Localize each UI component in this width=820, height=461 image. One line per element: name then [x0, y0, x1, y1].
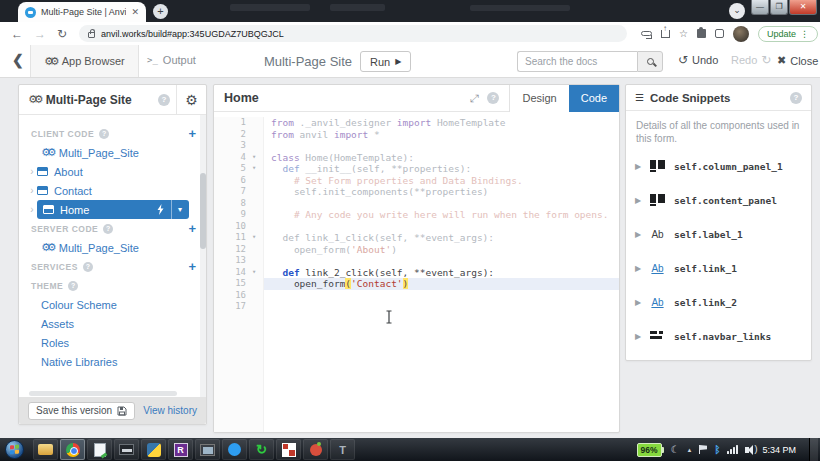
volume-icon[interactable] — [745, 447, 749, 453]
battery-tip — [662, 447, 664, 453]
add-service-button[interactable]: + — [188, 259, 196, 274]
chevron-right-icon[interactable]: ▶ — [635, 332, 641, 341]
section-theme: THEME ? — [19, 276, 206, 295]
chevron-right-icon[interactable]: › — [27, 204, 37, 215]
add-server-module-button[interactable]: + — [188, 221, 196, 236]
tab-output[interactable]: >_ Output — [147, 54, 196, 66]
sidebar-item-roles[interactable]: Roles — [19, 333, 206, 352]
sidebar-item-assets[interactable]: Assets — [19, 314, 206, 333]
fold-caret-icon[interactable]: ▾ — [246, 152, 262, 164]
app-browser-sidebar: ⚙⚙ Multi-Page Site ? ⚙ CLIENT CODE ? + ⚙… — [18, 84, 207, 425]
chevron-right-icon[interactable]: ▶ — [635, 298, 641, 307]
power-moon-icon[interactable]: ☾ — [671, 444, 680, 455]
start-button[interactable] — [5, 440, 24, 459]
snippet-item-content-panel[interactable]: ▶self.content_panel — [626, 183, 811, 217]
tab-app-browser[interactable]: ⚙⚙ App Browser — [30, 45, 139, 77]
sidebar-item-home-selected[interactable]: Home ▾ — [37, 200, 189, 219]
refresh-icon[interactable]: ↻ — [57, 27, 67, 41]
chevron-right-icon[interactable]: ▶ — [635, 264, 641, 273]
new-tab-button[interactable]: + — [153, 4, 168, 19]
snippet-item-label-1[interactable]: ▶Abself.label_1 — [626, 217, 811, 251]
sidebar-item-client-app[interactable]: ⚙⚙ Multi_Page_Site — [19, 143, 206, 162]
taskbar-app-rstudio[interactable]: R — [168, 439, 193, 460]
network-signal-icon[interactable] — [727, 445, 738, 454]
window-chevron-icon[interactable]: ⌄ — [729, 3, 745, 19]
taskbar-app-console[interactable] — [114, 439, 139, 460]
tab-code[interactable]: Code — [569, 85, 619, 112]
taskbar-app-sync[interactable]: ↻ — [249, 439, 274, 460]
bluetooth-icon[interactable]: ᛒ — [714, 444, 720, 455]
taskbar-app-chrome[interactable] — [60, 439, 85, 460]
snippet-item-column-panel-1[interactable]: ▶self.column_panel_1 — [626, 149, 811, 183]
taskbar-app-game[interactable] — [276, 439, 301, 460]
battery-indicator[interactable]: 96% — [637, 443, 664, 457]
share-icon[interactable] — [661, 30, 670, 38]
sidebar-item-native-libraries[interactable]: Native Libraries — [19, 352, 206, 371]
app-settings-gear-icon[interactable]: ⚙ — [176, 85, 206, 114]
action-center-flag-icon[interactable] — [699, 445, 707, 454]
sidebar-item-about[interactable]: › About — [19, 162, 206, 181]
tab-close-icon[interactable]: ✕ — [131, 7, 139, 17]
fold-caret-icon[interactable]: ▾ — [246, 267, 262, 279]
taskbar-app-python[interactable] — [141, 439, 166, 460]
close-window-button[interactable]: ✕ — [789, 0, 817, 15]
help-icon[interactable]: ? — [99, 129, 109, 139]
taskbar-app-explorer[interactable] — [33, 439, 58, 460]
show-desktop-button[interactable] — [809, 438, 818, 461]
chrome-update-button[interactable]: Update ⋮ — [758, 26, 818, 42]
sidebar-scrollbar-thumb[interactable] — [200, 173, 206, 249]
search-docs-input[interactable] — [517, 51, 637, 72]
maximize-button[interactable]: ❐ — [770, 0, 788, 15]
browser-tab[interactable]: Multi-Page Site | Anvil ✕ — [18, 2, 146, 22]
save-version-button[interactable]: Save this version — [28, 402, 135, 420]
sidebar-item-contact[interactable]: › Contact — [19, 181, 206, 200]
back-icon[interactable]: ← — [11, 27, 23, 41]
taskbar-app-tools[interactable]: T — [330, 439, 355, 460]
password-key-icon[interactable] — [641, 31, 652, 36]
chevron-right-icon[interactable]: ▶ — [635, 196, 641, 205]
help-icon[interactable]: ? — [103, 224, 113, 234]
chevron-right-icon[interactable]: ▶ — [635, 230, 641, 239]
search-button[interactable] — [637, 51, 663, 72]
forward-icon[interactable]: → — [34, 27, 46, 41]
code-editor-body[interactable]: 1234▾5▾67891011▾121314▾151617 from ._anv… — [214, 112, 619, 432]
redo-button[interactable]: Redo ↻ — [731, 54, 771, 66]
help-icon[interactable]: ? — [487, 92, 499, 104]
line-number: 17 — [214, 301, 246, 313]
help-icon[interactable]: ? — [68, 281, 78, 291]
address-bar[interactable]: anvil.works/build#app:345UGDAZ7UBQGJCL — [79, 25, 627, 42]
fold-caret-icon[interactable]: ▾ — [246, 163, 262, 175]
view-history-link[interactable]: View history — [143, 405, 197, 416]
profile-avatar[interactable] — [733, 26, 749, 42]
minimize-button[interactable]: — — [751, 0, 769, 15]
undo-button[interactable]: ↺ Undo — [678, 54, 718, 66]
chevron-right-icon[interactable]: › — [27, 166, 37, 177]
snippet-item-link-2[interactable]: ▶Abself.link_2 — [626, 285, 811, 319]
taskbar-app-media[interactable] — [303, 439, 328, 460]
taskbar-app-messenger[interactable] — [222, 439, 247, 460]
close-app-button[interactable]: ✖ Close — [777, 54, 818, 67]
snippet-item-navbar-links[interactable]: ▶self.navbar_links — [626, 319, 811, 353]
chevron-right-icon[interactable]: ▶ — [635, 162, 641, 171]
run-button[interactable]: Run ▶ — [360, 51, 411, 72]
sidebar-hscrollbar-thumb[interactable] — [29, 391, 177, 396]
form-menu-caret-icon[interactable]: ▾ — [178, 205, 182, 214]
reading-list-icon[interactable] — [715, 29, 724, 38]
taskbar-app-notepad[interactable] — [87, 439, 112, 460]
sidebar-item-server-app[interactable]: ⚙⚙ Multi_Page_Site — [19, 238, 206, 257]
taskbar-app-photo-viewer[interactable] — [195, 439, 220, 460]
fold-caret-icon[interactable]: ▾ — [246, 232, 262, 244]
snippet-item-link-1[interactable]: ▶Abself.link_1 — [626, 251, 811, 285]
chevron-right-icon[interactable]: › — [27, 185, 37, 196]
collapse-sidebar-icon[interactable]: ❮ — [12, 52, 24, 68]
sidebar-item-colour-scheme[interactable]: Colour Scheme — [19, 295, 206, 314]
help-icon[interactable]: ? — [158, 94, 170, 106]
extensions-icon[interactable] — [697, 29, 706, 38]
help-icon[interactable]: ? — [83, 262, 93, 272]
help-icon[interactable]: ? — [790, 92, 802, 104]
bookmark-star-icon[interactable]: ☆ — [679, 28, 688, 39]
tab-design[interactable]: Design — [509, 85, 568, 112]
show-hidden-icons[interactable]: ▲ — [687, 447, 693, 453]
add-form-button[interactable]: + — [188, 126, 196, 141]
expand-icon[interactable]: ⤢ — [470, 92, 479, 105]
